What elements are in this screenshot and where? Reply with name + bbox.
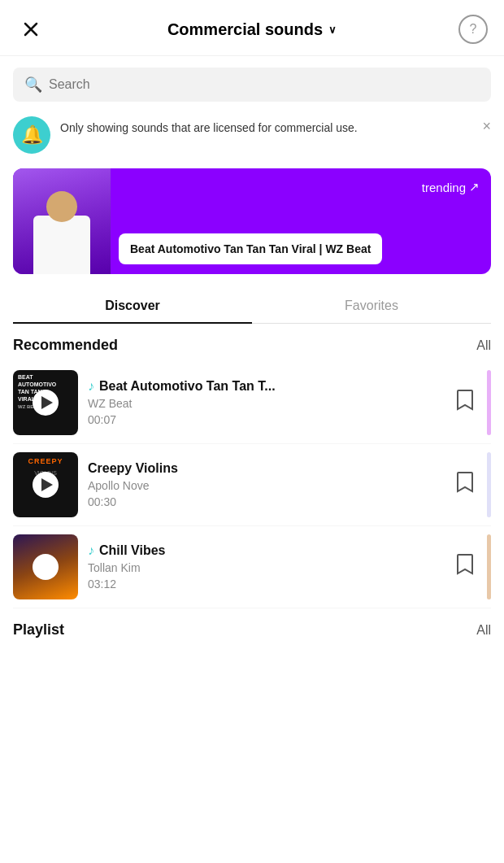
notice-text: Only showing sounds that are licensed fo…	[60, 116, 472, 137]
play-button[interactable]	[33, 554, 59, 580]
tabs-container: Discover Favorites	[13, 289, 491, 324]
music-note-icon: ♪	[88, 543, 94, 558]
notice-icon: 🔔	[13, 116, 50, 154]
help-button[interactable]: ?	[458, 15, 488, 44]
track-list: BEATAUTOMOTIVOTAN TANVIRALWZ BEAT ♪ Beat…	[0, 362, 504, 608]
track-info: Creepy Violins Apollo Nove 00:30	[88, 461, 443, 508]
search-icon: 🔍	[24, 76, 42, 94]
notice-close-button[interactable]: ×	[482, 116, 491, 135]
track-title: ♪ Beat Automotivo Tan Tan T...	[88, 379, 443, 394]
title-text: Commercial sounds	[167, 20, 323, 39]
track-thumbnail-chill	[13, 534, 78, 599]
tab-discover[interactable]: Discover	[13, 289, 252, 323]
recommended-title: Recommended	[13, 337, 118, 354]
trending-song-pill: Beat Automotivo Tan Tan Tan Viral | WZ B…	[119, 233, 382, 264]
play-button[interactable]	[33, 390, 59, 416]
playlist-header: Playlist All	[0, 608, 504, 647]
bookmark-button[interactable]	[453, 386, 477, 420]
recommended-header: Recommended All	[0, 324, 504, 362]
track-duration: 00:07	[88, 413, 443, 426]
playlist-title: Playlist	[13, 621, 64, 639]
track-item[interactable]: ♪ Chill Vibes Tollan Kim 03:12	[13, 526, 491, 608]
track-artist: Apollo Nove	[88, 479, 443, 492]
search-bar[interactable]: 🔍	[13, 68, 491, 102]
playlist-all-button[interactable]: All	[476, 623, 491, 638]
track-thumbnail-creepy: CREEPY VIOLINS	[13, 452, 78, 517]
play-button[interactable]	[33, 472, 59, 498]
trending-arrow-icon: ↗	[469, 180, 480, 194]
track-duration: 03:12	[88, 578, 443, 591]
close-button[interactable]	[16, 15, 46, 44]
trending-label: trending ↗	[422, 180, 480, 194]
track-artist: Tollan Kim	[88, 561, 443, 574]
track-item[interactable]: BEATAUTOMOTIVOTAN TANVIRALWZ BEAT ♪ Beat…	[13, 362, 491, 444]
help-label: ?	[470, 22, 477, 37]
track-duration: 00:30	[88, 495, 443, 508]
track-thumbnail-beat: BEATAUTOMOTIVOTAN TANVIRALWZ BEAT	[13, 370, 78, 435]
recommended-all-button[interactable]: All	[476, 338, 491, 353]
trending-banner[interactable]: trending ↗ Beat Automotivo Tan Tan Tan V…	[13, 168, 491, 274]
trending-song-info: Beat Automotivo Tan Tan Tan Viral | WZ B…	[111, 233, 491, 274]
tab-favorites[interactable]: Favorites	[252, 289, 491, 323]
track-info: ♪ Chill Vibes Tollan Kim 03:12	[88, 543, 443, 591]
header: Commercial sounds ∨ ?	[0, 0, 504, 56]
page-title[interactable]: Commercial sounds ∨	[167, 20, 337, 39]
notice-banner: 🔔 Only showing sounds that are licensed …	[13, 113, 491, 157]
trending-text: trending	[422, 181, 466, 194]
track-item[interactable]: CREEPY VIOLINS Creepy Violins Apollo Nov…	[13, 444, 491, 526]
search-input[interactable]	[49, 77, 480, 92]
chevron-down-icon: ∨	[328, 24, 337, 36]
track-artist: WZ Beat	[88, 397, 443, 410]
track-title: ♪ Chill Vibes	[88, 543, 443, 558]
track-title: Creepy Violins	[88, 461, 443, 476]
track-info: ♪ Beat Automotivo Tan Tan T... WZ Beat 0…	[88, 379, 443, 426]
bookmark-button[interactable]	[453, 468, 477, 502]
trending-artist-image	[13, 168, 111, 274]
trending-song-name: Beat Automotivo Tan Tan Tan Viral | WZ B…	[130, 242, 371, 255]
bookmark-button[interactable]	[453, 550, 477, 584]
music-note-icon: ♪	[88, 379, 94, 394]
